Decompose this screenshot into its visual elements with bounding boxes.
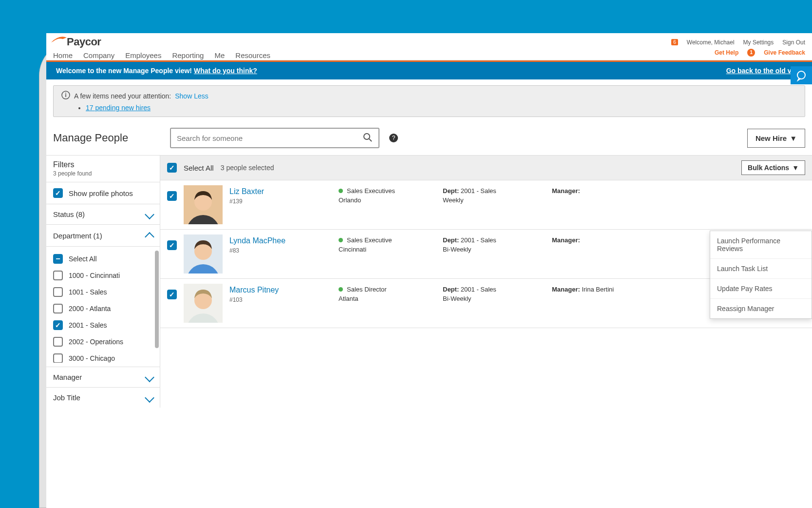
filters-header: Filters 3 people found [46,156,160,182]
banner-feedback-link[interactable]: What do you think? [194,67,257,75]
dept-checkbox[interactable] [53,320,63,330]
person-role: Sales Director [347,286,387,293]
person-checkbox[interactable] [167,191,177,201]
header-right: 6 Welcome, Michael My Settings Sign Out … [671,39,805,57]
filter-status[interactable]: Status (8) [46,204,160,225]
bulk-actions-menu: Launch Performance ReviewsLaunch Task Li… [710,231,812,319]
chevron-up-icon [145,232,154,242]
search-icon [363,133,373,144]
chevron-down-icon [145,372,154,382]
dept-item[interactable]: 1000 - Cincinnati [53,267,153,284]
dept-item[interactable]: 2002 - Operations [53,333,153,350]
person-role: Sales Executives [347,187,395,195]
bulk-menu-item[interactable]: Update Pay Rates [710,279,812,299]
person-name-link[interactable]: Liz Baxter [229,187,332,196]
logo-text: Paycor [67,36,101,48]
chevron-down-icon [145,393,154,403]
attention-alert: A few items need your attention: Show Le… [53,85,805,117]
bulk-menu-item[interactable]: Reassign Manager [710,299,812,318]
avatar [184,284,223,323]
caret-down-icon: ▼ [790,134,797,142]
person-row: Liz Baxter #139 Sales Executives Orlando… [160,180,812,230]
status-dot-icon [339,238,343,242]
person-id: #103 [229,296,332,303]
select-all-checkbox[interactable] [167,163,177,173]
nav-me[interactable]: Me [214,51,225,59]
person-id: #139 [229,198,332,205]
person-name-link[interactable]: Marcus Pitney [229,286,332,294]
dept-prefix: Dept: [443,236,461,244]
person-name-link[interactable]: Lynda MacPhee [229,236,332,245]
mgr-prefix: Manager: [552,187,580,195]
filter-manager[interactable]: Manager [46,367,160,388]
app-header: Paycor HomeCompanyEmployeesReportingMeRe… [46,33,812,60]
dept-checkbox[interactable] [53,304,63,313]
person-checkbox[interactable] [167,290,177,299]
svg-line-5 [369,139,372,141]
person-frequency: Weekly [443,196,545,204]
dept-label: 1000 - Cincinnati [69,272,120,279]
svg-point-4 [364,134,370,139]
list-header: Select All 3 people selected Bulk Action… [160,156,812,180]
help-count-badge: 1 [747,49,755,57]
filter-department[interactable]: Department (1) [46,225,160,247]
get-help-link[interactable]: Get Help [715,49,738,56]
welcome-text: Welcome, Michael [687,39,735,46]
dept-checkbox[interactable] [53,353,63,363]
nav-reporting[interactable]: Reporting [172,51,204,59]
filter-jobtitle[interactable]: Job Title [46,388,160,408]
dept-prefix: Dept: [443,286,461,293]
help-icon[interactable]: ? [389,134,398,142]
svg-rect-3 [65,94,66,97]
bulk-menu-item[interactable]: Launch Performance Reviews [710,231,812,259]
give-feedback-link[interactable]: Give Feedback [764,49,805,56]
mgr-prefix: Manager: [552,236,580,244]
notification-badge[interactable]: 6 [671,39,678,45]
status-dot-icon [339,189,343,193]
dept-checkbox[interactable] [53,287,63,297]
nav-employees[interactable]: Employees [125,51,161,59]
my-settings-link[interactable]: My Settings [743,39,774,46]
search-box[interactable] [170,128,379,148]
department-list: Select All 1000 - Cincinnati1001 - Sales… [46,247,160,367]
person-frequency: Bi-Weekly [443,246,545,253]
dept-label: 1001 - Sales [69,288,107,296]
nav-resources[interactable]: Resources [235,51,270,59]
dept-label: 2000 - Atlanta [69,305,111,313]
bulk-menu-item[interactable]: Launch Task List [710,259,812,279]
dept-item[interactable]: 1001 - Sales [53,284,153,300]
show-photos-row[interactable]: Show profile photos [46,182,160,204]
bulk-actions-button[interactable]: Bulk Actions ▼ [741,160,805,175]
alert-item-link[interactable]: 17 pending new hires [86,104,151,112]
avatar [184,234,223,274]
new-hire-button[interactable]: New Hire ▼ [747,129,805,148]
dept-checkbox[interactable] [53,271,63,280]
show-photos-checkbox[interactable] [53,188,63,198]
dept-select-all-checkbox[interactable] [53,254,63,264]
show-photos-label: Show profile photos [69,189,133,197]
info-banner: Welcome to the new Manage People view! W… [46,62,812,79]
dept-checkbox[interactable] [53,337,63,347]
alert-toggle-link[interactable]: Show Less [175,92,208,100]
person-checkbox[interactable] [167,240,177,250]
filter-jobtitle-label: Job Title [53,393,80,402]
caret-down-icon: ▼ [792,164,799,172]
search-input[interactable] [177,134,363,142]
dept-item[interactable]: 2000 - Atlanta [53,300,153,317]
main-area: Filters 3 people found Show profile phot… [46,155,812,408]
nav-home[interactable]: Home [53,51,73,59]
scrollbar-thumb[interactable] [155,251,159,348]
brand-block: Paycor HomeCompanyEmployeesReportingMeRe… [53,36,270,59]
nav-company[interactable]: Company [83,51,114,59]
filters-title: Filters [53,160,153,169]
person-city: Atlanta [339,295,436,302]
dept-item[interactable]: 2001 - Sales [53,317,153,333]
page-title: Manage People [53,132,160,144]
dept-item[interactable]: 3000 - Chicago [53,350,153,363]
chat-button[interactable] [791,66,812,84]
dept-select-all[interactable]: Select All [53,251,153,267]
bulk-actions-label: Bulk Actions [748,164,789,172]
dept-label: 2001 - Sales [69,321,107,329]
filter-department-label: Department (1) [53,232,102,240]
sign-out-link[interactable]: Sign Out [782,39,805,46]
